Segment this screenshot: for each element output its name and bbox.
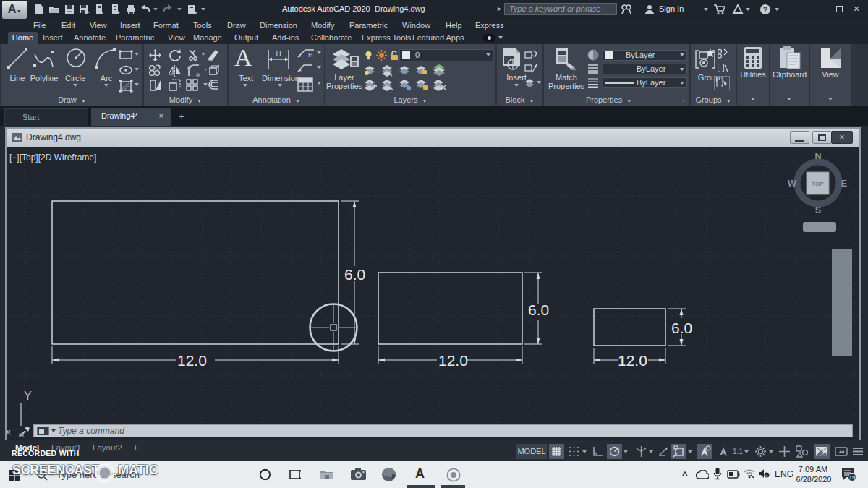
svg-text:19: 19 (849, 474, 856, 481)
svg-text:S: S (815, 205, 821, 215)
svg-text:12.0: 12.0 (618, 352, 647, 369)
svg-text:H: H (308, 51, 313, 59)
svg-text:?: ? (763, 5, 768, 14)
svg-text:E: E (841, 179, 847, 189)
svg-text:H: H (276, 50, 281, 58)
svg-text:TOP: TOP (812, 181, 823, 187)
svg-text:12.0: 12.0 (438, 352, 468, 369)
svg-text:6.0: 6.0 (671, 320, 692, 336)
svg-text:6.0: 6.0 (344, 266, 365, 283)
svg-text:[−][Top][2D Wireframe]: [−][Top][2D Wireframe] (9, 153, 96, 163)
svg-text:12.0: 12.0 (177, 352, 207, 369)
svg-text:6.0: 6.0 (528, 301, 549, 318)
svg-text:Y: Y (24, 390, 32, 402)
svg-text:W: W (788, 179, 796, 189)
svg-text:N: N (814, 151, 821, 161)
svg-text:x: x (765, 474, 767, 478)
